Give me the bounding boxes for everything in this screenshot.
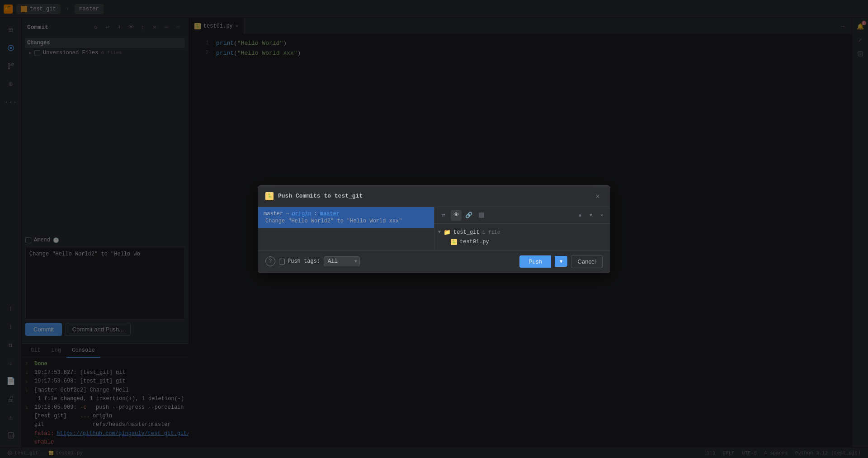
- folder-icon: 📁: [443, 229, 451, 236]
- modal-commits-list: master → origin : master Change "Hello W…: [258, 207, 434, 250]
- push-dropdown-button[interactable]: ▼: [555, 256, 567, 267]
- push-tags-text: Push tags:: [288, 258, 320, 264]
- branch-colon: :: [314, 211, 317, 217]
- file-count-label: 1 file: [482, 230, 500, 235]
- push-commits-modal: 🐍 Push Commits to test_git ✕ master → or…: [258, 185, 610, 273]
- tags-select-wrapper[interactable]: All None Annotated ▼: [324, 256, 360, 266]
- modal-footer: ? Push tags: All None Annotated ▼ Push ▼…: [258, 250, 610, 273]
- modal-body: master → origin : master Change "Hello W…: [258, 207, 610, 250]
- tags-select[interactable]: All None Annotated: [324, 256, 360, 266]
- modal-files-area: ⇄ 👁 🔗 ▲ ▼ ✕ ▼ 📁 test_git: [434, 207, 610, 250]
- cancel-button[interactable]: Cancel: [571, 255, 603, 268]
- modal-nav-up-icon[interactable]: ▲: [576, 211, 585, 220]
- repo-name-label: test_git: [453, 229, 480, 236]
- py-file-icon: 🐍: [451, 239, 457, 245]
- modal-grey-btn[interactable]: [476, 210, 487, 221]
- modal-nav-down-icon[interactable]: ▼: [586, 211, 595, 220]
- modal-link-icon[interactable]: 🔗: [463, 210, 474, 221]
- modal-overlay[interactable]: 🐍 Push Commits to test_git ✕ master → or…: [0, 0, 868, 458]
- modal-title-icon: 🐍: [265, 192, 274, 200]
- svg-rect-16: [479, 212, 484, 218]
- modal-eye-icon[interactable]: 👁: [451, 210, 462, 221]
- modal-close-button[interactable]: ✕: [593, 191, 603, 201]
- help-icon: ?: [269, 258, 272, 264]
- branch-origin-label[interactable]: origin: [292, 211, 311, 217]
- help-button[interactable]: ?: [265, 256, 275, 266]
- file-tree-file-1[interactable]: 🐍 test01.py: [438, 237, 606, 246]
- modal-swap-icon[interactable]: ⇄: [438, 210, 449, 221]
- files-tree: ▼ 📁 test_git 1 file 🐍 test01.py: [434, 224, 610, 250]
- tree-chevron-icon: ▼: [438, 230, 441, 235]
- commit-item-message: Change "Hello World2" to "Hello World xx…: [264, 218, 429, 224]
- push-tags-label: Push tags:: [279, 258, 320, 264]
- modal-nav-close-icon[interactable]: ✕: [597, 211, 606, 220]
- file-tree-repo-row[interactable]: ▼ 📁 test_git 1 file: [438, 227, 606, 237]
- modal-right-toolbar: ⇄ 👁 🔗 ▲ ▼ ✕: [434, 207, 610, 224]
- branch-to-label[interactable]: master: [320, 211, 340, 217]
- file-name-label: test01.py: [460, 239, 489, 245]
- branch-arrow-icon: →: [286, 211, 289, 217]
- modal-header: 🐍 Push Commits to test_git ✕: [258, 186, 610, 207]
- push-button[interactable]: Push: [519, 255, 551, 268]
- commit-list-item-1[interactable]: master → origin : master Change "Hello W…: [258, 207, 434, 228]
- push-tags-checkbox[interactable]: [279, 259, 285, 264]
- branch-from-label: master: [264, 211, 283, 217]
- commit-branch-row: master → origin : master: [264, 211, 429, 217]
- modal-title: Push Commits to test_git: [278, 193, 588, 199]
